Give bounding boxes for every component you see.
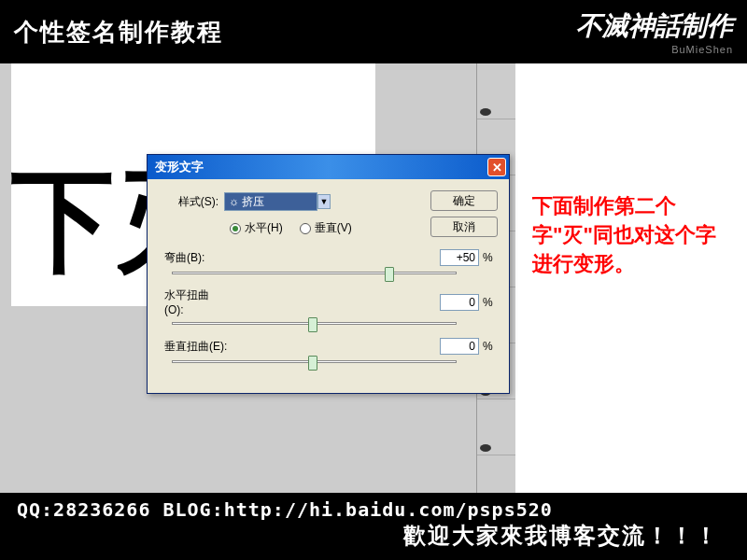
vdist-slider-wrap: [159, 358, 498, 376]
close-button[interactable]: ✕: [487, 158, 506, 176]
bend-row: 弯曲(B): %: [159, 249, 498, 266]
ok-button[interactable]: 确定: [430, 190, 498, 211]
welcome-text: 歡迎大家來我博客交流！！！: [17, 521, 738, 551]
hdist-slider-wrap: [159, 320, 498, 338]
dialog-titlebar[interactable]: 变形文字 ✕: [148, 155, 509, 179]
dialog-buttons: 确定 取消: [430, 190, 498, 237]
radio-button-icon: [230, 223, 241, 234]
logo-block: 不滅神話制作 BuMieShen: [576, 8, 733, 55]
logo-main: 不滅神話制作: [576, 8, 733, 44]
hdist-row: 水平扭曲(O): %: [159, 287, 498, 316]
slider-thumb-icon[interactable]: [308, 317, 317, 332]
slider-thumb-icon[interactable]: [385, 267, 394, 282]
percent-label: %: [479, 340, 498, 353]
close-icon: ✕: [492, 161, 502, 175]
radio-horizontal[interactable]: 水平(H): [230, 220, 283, 236]
style-value: ☼ 挤压: [229, 194, 264, 210]
logo-sub: BuMieShen: [576, 44, 733, 55]
visibility-eye-icon[interactable]: [480, 108, 491, 116]
dialog-title: 变形文字: [155, 159, 204, 175]
warp-text-dialog: 变形文字 ✕ 确定 取消 样式(S): ☼ 挤压 ▼ 水平(H): [147, 154, 510, 394]
vdist-slider[interactable]: [172, 360, 457, 363]
bend-slider[interactable]: [172, 272, 457, 274]
bottom-banner: QQ:28236266 BLOG:http://hi.baidu.com/psp…: [0, 493, 747, 560]
bend-label: 弯曲(B):: [164, 250, 228, 266]
radio-vertical[interactable]: 垂直(V): [300, 220, 352, 236]
dialog-body: 确定 取消 样式(S): ☼ 挤压 ▼ 水平(H) 垂直(V): [148, 179, 509, 393]
layer-row[interactable]: [477, 399, 515, 455]
dropdown-arrow-icon[interactable]: ▼: [317, 194, 331, 209]
vdist-input[interactable]: [440, 338, 479, 355]
style-select[interactable]: ☼ 挤压: [224, 192, 317, 211]
cancel-button[interactable]: 取消: [430, 217, 498, 237]
percent-label: %: [479, 251, 498, 264]
vdist-row: 垂直扭曲(E): %: [159, 338, 498, 355]
tutorial-title: 个性签名制作教程: [14, 16, 223, 49]
layer-row[interactable]: [477, 63, 515, 119]
hdist-input[interactable]: [440, 294, 479, 311]
radio-v-label: 垂直(V): [315, 220, 352, 236]
instruction-text: 下面制作第二个字"灭"同也对这个字进行变形。: [532, 192, 728, 278]
slider-thumb-icon[interactable]: [308, 356, 317, 371]
main-area: 下灭 下面制作第二个字"灭"同也对这个字进行变形。 变形文字 ✕ 确定 取消 样…: [0, 63, 747, 493]
radio-h-label: 水平(H): [245, 220, 283, 236]
contact-info: QQ:28236266 BLOG:http://hi.baidu.com/psp…: [17, 498, 738, 521]
vdist-label: 垂直扭曲(E):: [164, 339, 228, 355]
visibility-eye-icon[interactable]: [480, 444, 491, 452]
hdist-slider[interactable]: [172, 322, 457, 325]
bend-slider-wrap: [159, 270, 498, 287]
bend-input[interactable]: [440, 249, 479, 266]
hdist-label: 水平扭曲(O):: [164, 287, 228, 316]
percent-label: %: [479, 296, 498, 309]
top-banner: 个性签名制作教程 不滅神話制作 BuMieShen: [0, 0, 747, 63]
style-label: 样式(S):: [159, 194, 224, 210]
radio-button-icon: [300, 223, 311, 234]
